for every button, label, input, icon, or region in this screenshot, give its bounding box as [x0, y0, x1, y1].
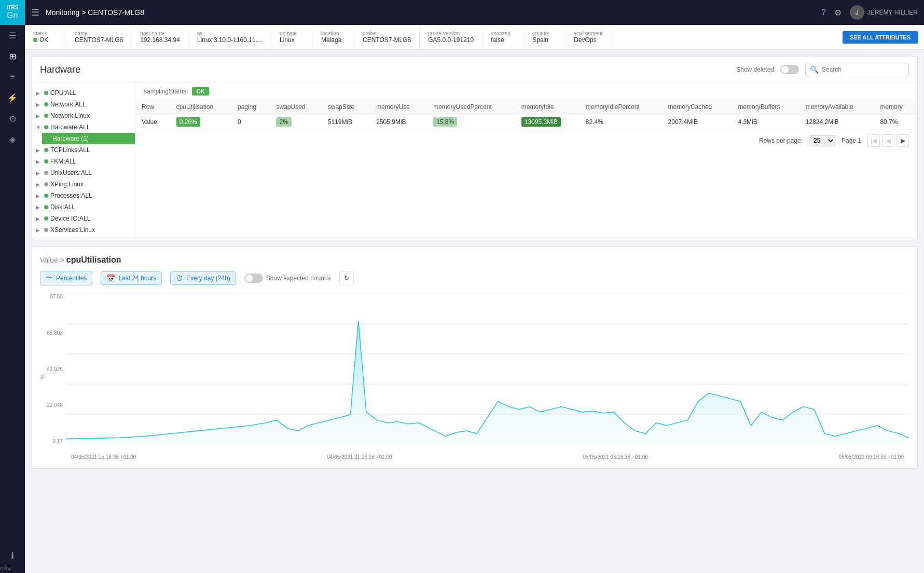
expand-arrow: ▶	[36, 113, 42, 119]
status-dot	[44, 228, 48, 232]
tree-item-xping[interactable]: ▶ XPing:Linux	[32, 179, 135, 190]
sidebar: ITRS Gn ☰ ⊞ ≡ ⚡ ⊙ ◈ ℹ ITRS	[0, 0, 25, 573]
logo-text-top: ITRS	[7, 5, 19, 11]
tree-panel: ▶ CPU:ALL ▶ Network:ALL ▶ Network:Linux	[32, 83, 135, 240]
show-deleted-toggle[interactable]	[780, 65, 799, 74]
tree-item-fkm[interactable]: ▶ FKM:ALL	[32, 156, 135, 167]
sidebar-item-dashboard[interactable]: ⊞	[0, 46, 25, 66]
every-day-button[interactable]: ⏱ Every day (24h)	[170, 271, 236, 285]
every-day-label: Every day (24h)	[186, 275, 230, 282]
attr-environment: Environment DevOps	[566, 25, 611, 49]
rows-per-page-select[interactable]: 25 50 100	[809, 135, 835, 146]
refresh-icon: ↻	[344, 275, 349, 282]
sampling-label: samplingStatus:	[144, 88, 188, 95]
table-row[interactable]: Value 0.26% 0 2% 5119MiB 2505.9MiB 15.8%…	[135, 114, 917, 130]
refresh-button[interactable]: ↻	[339, 271, 354, 285]
sidebar-item-settings[interactable]: ◈	[0, 129, 25, 149]
topbar: ☰ Monitoring > CENTOS7-MLG8 ? ⚙ J JEREMY…	[25, 0, 924, 25]
tree-item-label: TCPLinks:ALL	[50, 146, 90, 154]
tree-item-xservices[interactable]: ▶ XServices:Linux	[32, 224, 135, 236]
gear-icon[interactable]: ⚙	[834, 8, 842, 18]
first-page-button[interactable]: |◀	[867, 134, 880, 147]
y-axis-labels: 87.68 65.803 43.925 22.048 0.17	[40, 294, 66, 444]
expand-arrow: ▶	[36, 90, 42, 96]
tree-item-unixusers[interactable]: ▶ UnixUsers:ALL	[32, 167, 135, 179]
x-label-1: 04/05/2021 15:16:36 +01:00	[71, 454, 136, 460]
tree-item-cpu-all[interactable]: ▶ CPU:ALL	[32, 87, 135, 99]
tree-item-device-io[interactable]: ▶ Device IO:ALL	[32, 213, 135, 224]
percentiles-label: Percentiles	[56, 275, 87, 282]
col-memorybuffers: memoryBuffers	[732, 100, 799, 114]
status-dot	[44, 205, 48, 209]
status-value: OK	[39, 36, 48, 44]
environment-value: DevOps	[574, 36, 596, 44]
y-label-2: 22.048	[47, 402, 63, 408]
y-axis-unit: %	[39, 374, 46, 379]
toggle-knob	[781, 66, 789, 73]
status-dot	[44, 125, 48, 129]
sidebar-item-alerts[interactable]: ⚡	[0, 87, 25, 108]
sidebar-item-list[interactable]: ≡	[0, 66, 25, 87]
sampling-ok-badge[interactable]: OK	[192, 87, 209, 96]
page-label: Page 1	[842, 137, 861, 144]
chart-area-fill	[66, 321, 909, 444]
panel-header: Hardware Show deleted 🔍	[32, 57, 917, 83]
percentiles-icon: 〜	[46, 274, 53, 283]
tree-item-network-linux[interactable]: ▶ Network:Linux	[32, 110, 135, 121]
tree-sub-item-hardware-1[interactable]: Hardware (1)	[42, 133, 135, 144]
next-page-button[interactable]: ▶	[897, 134, 909, 147]
breadcrumb-page: CENTOS7-MLG8	[88, 8, 144, 17]
attr-snoozed: snoozed false	[482, 25, 524, 49]
sidebar-item-menu[interactable]: ☰	[0, 25, 25, 46]
search-box: 🔍	[805, 63, 909, 76]
cell-swapsize: 5119MiB	[322, 114, 370, 130]
last-24h-button[interactable]: 📅 Last 24 hours	[101, 271, 162, 285]
search-input[interactable]	[822, 66, 904, 73]
x-axis-labels: 04/05/2021 15:16:36 +01:00 04/05/2021 21…	[66, 454, 909, 460]
app-logo[interactable]: ITRS Gn	[0, 0, 25, 25]
cell-memory: 80.7%	[874, 114, 917, 130]
sidebar-item-targets[interactable]: ⊙	[0, 108, 25, 129]
tree-item-hardware-all[interactable]: ▼ Hardware:ALL	[32, 121, 135, 133]
cell-paging: 0	[231, 114, 270, 130]
col-swapsize: swapSize	[322, 100, 370, 114]
cell-memorycached: 2007.4MiB	[662, 114, 732, 130]
see-all-attributes-button[interactable]: SEE ALL ATTRIBUTES	[843, 31, 918, 44]
rows-per-page-label: Rows per page:	[759, 137, 803, 144]
attr-country: Country Spain	[524, 25, 566, 49]
show-deleted-label: Show deleted	[736, 66, 774, 73]
hamburger-icon[interactable]: ☰	[31, 7, 39, 18]
y-label-4: 65.803	[47, 330, 63, 336]
percentiles-button[interactable]: 〜 Percentiles	[40, 271, 92, 285]
expand-arrow: ▶	[36, 170, 42, 176]
status-dot	[33, 38, 37, 42]
os-type-value: Linux	[280, 36, 295, 44]
cell-memoryidle: 13095.3MiB	[515, 114, 580, 130]
tree-item-network-all[interactable]: ▶ Network:ALL	[32, 99, 135, 110]
avatar: J	[850, 5, 864, 20]
y-label-3: 43.925	[47, 366, 63, 372]
status-dot	[44, 91, 48, 95]
expected-bounds-switch[interactable]	[244, 274, 263, 283]
country-value: Spain	[532, 36, 548, 44]
cell-memoryuse: 2505.9MiB	[370, 114, 427, 130]
user-menu[interactable]: J JEREMY HILLIER	[850, 5, 918, 20]
chart-controls: 〜 Percentiles 📅 Last 24 hours ⏱ Every da…	[40, 271, 909, 285]
prev-page-button[interactable]: ◀	[882, 134, 894, 147]
expand-arrow: ▶	[36, 147, 42, 153]
tree-item-disk[interactable]: ▶ Disk:ALL	[32, 201, 135, 213]
tree-item-tcplinks[interactable]: ▶ TCPLinks:ALL	[32, 144, 135, 156]
status-dot	[44, 171, 48, 175]
sidebar-item-info[interactable]: ℹ	[0, 545, 25, 566]
col-cpu: cpuUtilisation	[170, 100, 231, 114]
hardware-panel: Hardware Show deleted 🔍 ▶ CPU:ALL	[31, 56, 918, 240]
expand-arrow: ▶	[36, 193, 42, 199]
col-memoryidle: memoryIdle	[515, 100, 580, 114]
tree-item-label: Device IO:ALL	[50, 215, 90, 222]
tree-item-processes[interactable]: ▶ Processes:ALL	[32, 190, 135, 201]
col-memory: memory	[874, 100, 917, 114]
col-memoryavail: memoryAvailable	[799, 100, 874, 114]
expand-arrow: ▶	[36, 159, 42, 165]
tree-item-label: XPing:Linux	[50, 181, 84, 188]
help-icon[interactable]: ?	[821, 8, 826, 17]
